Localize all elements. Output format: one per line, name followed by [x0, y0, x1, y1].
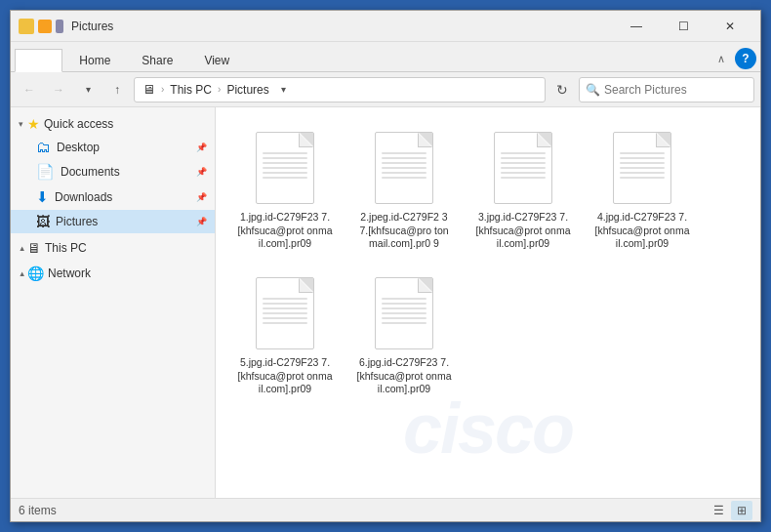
list-view-button[interactable]: ☰	[708, 501, 729, 520]
minimize-button[interactable]: —	[614, 11, 659, 42]
maximize-button[interactable]: ☐	[661, 11, 706, 42]
file-icon-wrap	[250, 129, 320, 207]
items-count: 6 items	[19, 504, 57, 517]
sidebar-group-quick-access: ▾ ★ Quick access 🗂 Desktop 📌 📄 Documents…	[11, 113, 215, 233]
file-label: 5.jpg.id-C279F23 7.[khfsuca@prot onmail.…	[237, 356, 333, 396]
sidebar-item-desktop[interactable]: 🗂 Desktop 📌	[11, 135, 215, 159]
file-item-3[interactable]: 3.jpg.id-C279F23 7.[khfsuca@prot onmail.…	[469, 123, 577, 257]
explorer-window: Pictures — ☐ ✕ File Home Share View ∧ ? …	[10, 10, 761, 522]
view-controls: ☰ ⊞	[708, 501, 752, 520]
documents-folder-icon: 📄	[36, 163, 55, 181]
sidebar: ▾ ★ Quick access 🗂 Desktop 📌 📄 Documents…	[11, 107, 216, 498]
document-icon	[613, 132, 671, 204]
file-label: 2.jpeg.id-C279F2 37.[khfsuca@pro tonmail…	[356, 211, 452, 251]
network-icon: 🌐	[27, 266, 44, 281]
file-label: 3.jpg.id-C279F23 7.[khfsuca@prot onmail.…	[475, 211, 571, 251]
sidebar-group-network: ▸ 🌐 Network	[11, 263, 215, 284]
window-icon2	[38, 20, 52, 33]
document-icon	[375, 132, 433, 204]
sidebar-item-documents-label: Documents	[61, 165, 120, 179]
sidebar-item-downloads-label: Downloads	[55, 190, 112, 204]
sidebar-group-this-pc: ▸ 🖥 This PC	[11, 237, 215, 259]
file-label: 4.jpg.id-C279F23 7.[khfsuca@prot onmail.…	[594, 211, 690, 251]
dropdown-nav-button[interactable]: ▾	[75, 77, 101, 102]
forward-button[interactable]: →	[46, 77, 71, 102]
address-path[interactable]: 🖥 › This PC › Pictures ▾	[134, 77, 546, 102]
close-button[interactable]: ✕	[708, 11, 752, 42]
search-input[interactable]	[604, 83, 751, 97]
file-icon-wrap	[369, 274, 439, 352]
file-icon-wrap	[369, 129, 439, 207]
path-sep2: ›	[218, 84, 221, 95]
network-label: Network	[48, 266, 91, 280]
address-bar: ← → ▾ ↑ 🖥 › This PC › Pictures ▾ ↻ 🔍	[11, 72, 760, 107]
path-icon: 🖥	[142, 82, 155, 97]
icons-view-button[interactable]: ⊞	[731, 501, 752, 520]
path-dropdown-button[interactable]: ▾	[275, 77, 293, 102]
this-pc-chevron: ▸	[17, 246, 26, 251]
window-controls: — ☐ ✕	[614, 11, 752, 42]
path-sep1: ›	[161, 84, 164, 95]
document-icon	[256, 132, 314, 204]
pin-icon3: 📌	[196, 192, 207, 202]
search-icon: 🔍	[586, 83, 600, 97]
ribbon: File Home Share View ∧ ?	[11, 42, 760, 72]
path-this-pc[interactable]: This PC	[170, 83, 212, 97]
network-chevron: ▸	[17, 271, 26, 276]
document-icon	[256, 277, 314, 349]
this-pc-label: This PC	[45, 241, 87, 255]
quick-access-chevron: ▾	[19, 119, 23, 129]
this-pc-header[interactable]: ▸ 🖥 This PC	[11, 237, 215, 259]
pin-icon4: 📌	[196, 217, 207, 226]
file-item-6[interactable]: 6.jpg.id-C279F23 7.[khfsuca@prot onmail.…	[350, 268, 458, 402]
tab-share[interactable]: Share	[127, 49, 187, 71]
star-icon: ★	[27, 116, 40, 132]
content-area: cisco 1.jpg.id-C279F23 7.[khfsuca@prot o…	[216, 107, 760, 498]
this-pc-icon: 🖥	[27, 240, 41, 256]
title-bar: Pictures — ☐ ✕	[11, 11, 760, 42]
tab-file[interactable]: File	[15, 49, 62, 72]
downloads-icon: ⬇	[36, 188, 49, 206]
ribbon-tabs: File Home Share View ∧ ?	[11, 42, 760, 71]
network-header[interactable]: ▸ 🌐 Network	[11, 263, 215, 284]
tab-view[interactable]: View	[189, 49, 244, 71]
sidebar-item-desktop-label: Desktop	[57, 141, 100, 154]
sidebar-item-documents[interactable]: 📄 Documents 📌	[11, 159, 215, 184]
file-item-1[interactable]: 1.jpg.id-C279F23 7.[khfsuca@prot onmail.…	[231, 123, 339, 257]
search-box[interactable]: 🔍	[579, 77, 754, 102]
file-item-2[interactable]: 2.jpeg.id-C279F2 37.[khfsuca@pro tonmail…	[350, 123, 458, 257]
path-pictures[interactable]: Pictures	[226, 83, 268, 97]
file-label: 6.jpg.id-C279F23 7.[khfsuca@prot onmail.…	[356, 356, 452, 396]
file-icon-wrap	[607, 129, 677, 207]
up-button[interactable]: ↑	[104, 77, 130, 102]
pin-icon2: 📌	[196, 167, 207, 177]
ribbon-expand-area: ∧ ?	[711, 48, 756, 71]
refresh-button[interactable]: ↻	[549, 77, 575, 102]
file-item-5[interactable]: 5.jpg.id-C279F23 7.[khfsuca@prot onmail.…	[231, 268, 339, 402]
ribbon-collapse-button[interactable]: ∧	[711, 51, 731, 67]
tab-home[interactable]: Home	[64, 49, 125, 71]
help-button[interactable]: ?	[735, 48, 756, 69]
file-icon-wrap	[488, 129, 558, 207]
sidebar-item-pictures[interactable]: 🖼 Pictures 📌	[11, 210, 215, 233]
sidebar-item-pictures-label: Pictures	[56, 215, 98, 228]
status-bar: 6 items ☰ ⊞	[11, 498, 760, 521]
window-icon	[19, 19, 34, 34]
document-icon	[375, 277, 433, 349]
window-icon3	[56, 20, 63, 33]
file-icon-wrap	[250, 274, 320, 352]
back-button[interactable]: ←	[17, 77, 42, 102]
quick-access-header[interactable]: ▾ ★ Quick access	[11, 113, 215, 135]
sidebar-item-downloads[interactable]: ⬇ Downloads 📌	[11, 184, 215, 210]
desktop-folder-icon: 🗂	[36, 139, 51, 155]
file-item-4[interactable]: 4.jpg.id-C279F23 7.[khfsuca@prot onmail.…	[588, 123, 696, 257]
file-label: 1.jpg.id-C279F23 7.[khfsuca@prot onmail.…	[237, 211, 333, 251]
files-grid: 1.jpg.id-C279F23 7.[khfsuca@prot onmail.…	[231, 123, 745, 402]
pin-icon: 📌	[196, 143, 207, 152]
quick-access-label: Quick access	[44, 117, 113, 131]
main-area: ▾ ★ Quick access 🗂 Desktop 📌 📄 Documents…	[11, 107, 760, 498]
document-icon	[494, 132, 552, 204]
window-title: Pictures	[71, 20, 614, 33]
title-bar-icons	[19, 19, 63, 34]
pictures-icon: 🖼	[36, 214, 50, 229]
